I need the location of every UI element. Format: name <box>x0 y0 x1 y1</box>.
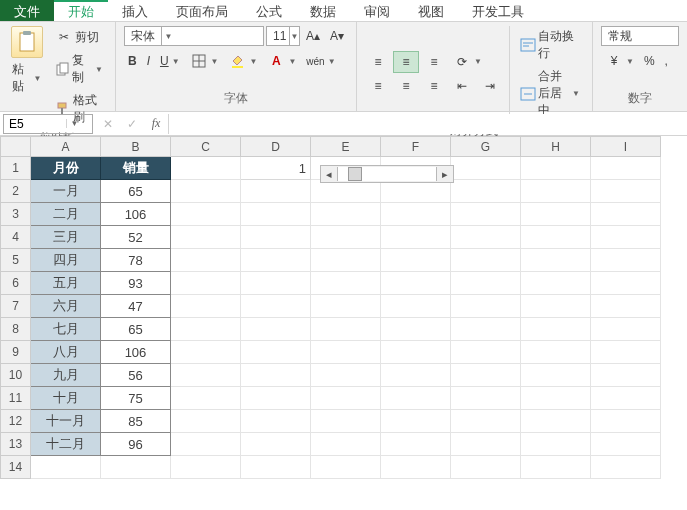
scroll-track[interactable] <box>337 167 437 181</box>
cell-empty[interactable] <box>241 295 311 318</box>
cell-empty[interactable] <box>311 249 381 272</box>
col-header-C[interactable]: C <box>171 137 241 157</box>
cell-val-11[interactable]: 75 <box>101 387 171 410</box>
row-header-12[interactable]: 12 <box>1 410 31 433</box>
font-size-select[interactable]: 11▼ <box>266 26 300 46</box>
bold-button[interactable]: B <box>124 52 141 70</box>
cell-empty[interactable] <box>311 226 381 249</box>
col-header-E[interactable]: E <box>311 137 381 157</box>
tab-review[interactable]: 审阅 <box>350 0 404 21</box>
underline-button[interactable]: U▼ <box>156 52 184 70</box>
cell-empty[interactable] <box>311 272 381 295</box>
col-header-G[interactable]: G <box>451 137 521 157</box>
cell-empty[interactable] <box>241 249 311 272</box>
tab-file[interactable]: 文件 <box>0 0 54 21</box>
cell-empty[interactable] <box>171 341 241 364</box>
col-header-D[interactable]: D <box>241 137 311 157</box>
cell-empty[interactable] <box>591 410 661 433</box>
cell-month-11[interactable]: 十月 <box>31 387 101 410</box>
cell-empty[interactable] <box>311 387 381 410</box>
row-header-1[interactable]: 1 <box>1 157 31 180</box>
number-format-select[interactable]: 常规 <box>601 26 679 46</box>
cell-empty[interactable] <box>381 341 451 364</box>
row-header-3[interactable]: 3 <box>1 203 31 226</box>
font-name-select[interactable]: 宋体▼ <box>124 26 264 46</box>
fill-color-button[interactable]: ▼ <box>224 50 261 72</box>
orientation-button[interactable]: ⟳▼ <box>449 51 486 73</box>
cell-empty[interactable] <box>451 272 521 295</box>
cell-empty[interactable] <box>171 249 241 272</box>
cell-empty[interactable] <box>311 341 381 364</box>
percent-button[interactable]: % <box>640 52 659 70</box>
row-header-2[interactable]: 2 <box>1 180 31 203</box>
cell-empty[interactable] <box>521 387 591 410</box>
align-bottom-button[interactable]: ≡ <box>421 51 447 73</box>
cell-empty[interactable] <box>241 318 311 341</box>
cell-empty[interactable] <box>521 456 591 479</box>
formula-input[interactable] <box>168 114 687 134</box>
italic-button[interactable]: I <box>143 52 154 70</box>
cell-month-6[interactable]: 五月 <box>31 272 101 295</box>
cell-empty[interactable] <box>591 157 661 180</box>
cell-empty[interactable] <box>311 433 381 456</box>
scroll-right-button[interactable]: ▸ <box>437 168 453 181</box>
cell-empty[interactable] <box>521 272 591 295</box>
cell-empty[interactable] <box>31 456 101 479</box>
cell-empty[interactable] <box>521 180 591 203</box>
cell-empty[interactable] <box>591 203 661 226</box>
cell-month-9[interactable]: 八月 <box>31 341 101 364</box>
cell-empty[interactable] <box>241 203 311 226</box>
cell-empty[interactable] <box>241 387 311 410</box>
cell-val-7[interactable]: 47 <box>101 295 171 318</box>
cell-empty[interactable] <box>171 180 241 203</box>
col-header-H[interactable]: H <box>521 137 591 157</box>
font-color-button[interactable]: A▼ <box>263 50 300 72</box>
col-header-A[interactable]: A <box>31 137 101 157</box>
row-header-13[interactable]: 13 <box>1 433 31 456</box>
cell-empty[interactable] <box>311 318 381 341</box>
cell-empty[interactable] <box>381 226 451 249</box>
cell-empty[interactable] <box>171 203 241 226</box>
cell-empty[interactable] <box>241 433 311 456</box>
tab-layout[interactable]: 页面布局 <box>162 0 242 21</box>
cell-a1[interactable]: 月份 <box>31 157 101 180</box>
cell-empty[interactable] <box>381 295 451 318</box>
cell-val-3[interactable]: 106 <box>101 203 171 226</box>
cell-empty[interactable] <box>591 180 661 203</box>
comma-button[interactable]: , <box>661 52 672 70</box>
cell-d1[interactable]: 1 <box>241 157 311 180</box>
cell-month-12[interactable]: 十一月 <box>31 410 101 433</box>
cell-empty[interactable] <box>451 249 521 272</box>
cell-empty[interactable] <box>381 364 451 387</box>
scroll-thumb[interactable] <box>348 167 362 181</box>
cell-empty[interactable] <box>591 364 661 387</box>
cell-empty[interactable] <box>451 387 521 410</box>
cell-empty[interactable] <box>451 410 521 433</box>
cell-empty[interactable] <box>241 364 311 387</box>
tab-data[interactable]: 数据 <box>296 0 350 21</box>
cell-empty[interactable] <box>591 387 661 410</box>
cell-empty[interactable] <box>381 456 451 479</box>
cell-empty[interactable] <box>101 456 171 479</box>
cell-empty[interactable] <box>521 226 591 249</box>
row-header-5[interactable]: 5 <box>1 249 31 272</box>
cell-empty[interactable] <box>381 410 451 433</box>
tab-dev[interactable]: 开发工具 <box>458 0 538 21</box>
row-header-7[interactable]: 7 <box>1 295 31 318</box>
cell-month-2[interactable]: 一月 <box>31 180 101 203</box>
tab-formula[interactable]: 公式 <box>242 0 296 21</box>
indent-inc-button[interactable]: ⇥ <box>477 75 503 97</box>
cell-empty[interactable] <box>591 272 661 295</box>
row-header-4[interactable]: 4 <box>1 226 31 249</box>
cell-val-8[interactable]: 65 <box>101 318 171 341</box>
copy-button[interactable]: 复制▼ <box>51 50 107 88</box>
cell-val-4[interactable]: 52 <box>101 226 171 249</box>
cell-empty[interactable] <box>381 318 451 341</box>
currency-button[interactable]: ¥▼ <box>601 50 638 72</box>
cell-empty[interactable] <box>241 456 311 479</box>
cell-empty[interactable] <box>521 364 591 387</box>
align-middle-button[interactable]: ≡ <box>393 51 419 73</box>
cut-button[interactable]: ✂剪切 <box>51 26 107 48</box>
tab-home[interactable]: 开始 <box>54 0 108 21</box>
cell-empty[interactable] <box>521 433 591 456</box>
